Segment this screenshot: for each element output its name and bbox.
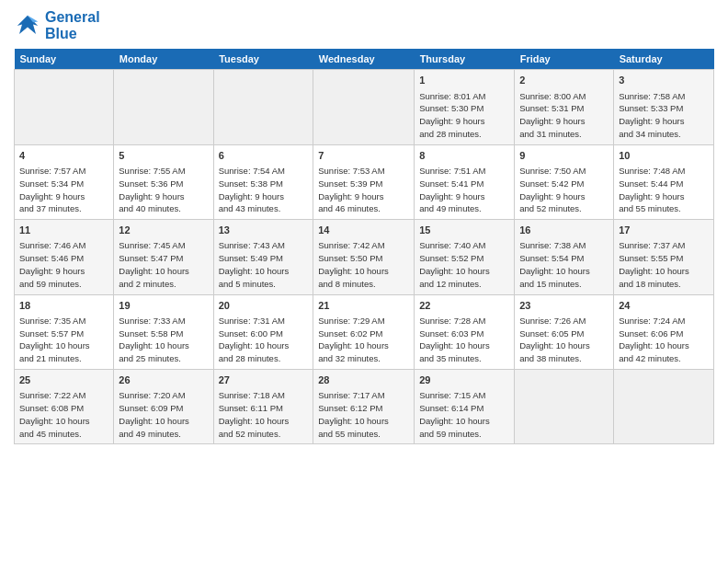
- day-number: 15: [419, 224, 509, 237]
- day-info: Sunrise: 7:58 AM Sunset: 5:33 PM Dayligh…: [619, 90, 709, 141]
- page-container: General Blue SundayMondayTuesdayWednesda…: [0, 0, 728, 449]
- calendar-cell: 21Sunrise: 7:29 AM Sunset: 6:02 PM Dayli…: [313, 294, 415, 369]
- day-number: 14: [318, 224, 409, 237]
- day-number: 24: [619, 299, 709, 313]
- svg-marker-0: [17, 15, 39, 33]
- day-number: 17: [619, 224, 709, 237]
- day-info: Sunrise: 7:55 AM Sunset: 5:36 PM Dayligh…: [119, 165, 208, 215]
- calendar-cell: 18Sunrise: 7:35 AM Sunset: 5:57 PM Dayli…: [15, 294, 114, 369]
- day-info: Sunrise: 7:17 AM Sunset: 6:12 PM Dayligh…: [318, 389, 409, 440]
- weekday-header-sunday: Sunday: [15, 49, 114, 70]
- day-info: Sunrise: 7:53 AM Sunset: 5:39 PM Dayligh…: [318, 165, 409, 215]
- day-info: Sunrise: 7:48 AM Sunset: 5:44 PM Dayligh…: [619, 165, 709, 215]
- day-info: Sunrise: 7:22 AM Sunset: 6:08 PM Dayligh…: [19, 389, 108, 440]
- calendar-week-4: 25Sunrise: 7:22 AM Sunset: 6:08 PM Dayli…: [15, 370, 714, 444]
- calendar-cell: 10Sunrise: 7:48 AM Sunset: 5:44 PM Dayli…: [614, 144, 714, 219]
- day-number: 22: [419, 299, 509, 313]
- day-number: 5: [119, 149, 208, 163]
- day-info: Sunrise: 8:00 AM Sunset: 5:31 PM Dayligh…: [519, 90, 609, 141]
- day-number: 13: [219, 224, 309, 237]
- logo-icon: [14, 12, 41, 40]
- day-info: Sunrise: 7:29 AM Sunset: 6:02 PM Dayligh…: [318, 315, 409, 365]
- weekday-header-thursday: Thursday: [415, 49, 515, 70]
- calendar-cell: 8Sunrise: 7:51 AM Sunset: 5:41 PM Daylig…: [415, 144, 515, 219]
- day-info: Sunrise: 7:26 AM Sunset: 6:05 PM Dayligh…: [519, 315, 609, 365]
- calendar-cell: 15Sunrise: 7:40 AM Sunset: 5:52 PM Dayli…: [415, 220, 515, 294]
- day-number: 11: [19, 224, 108, 237]
- calendar-cell: [15, 70, 114, 144]
- day-number: 27: [219, 373, 309, 387]
- calendar-cell: 3Sunrise: 7:58 AM Sunset: 5:33 PM Daylig…: [614, 70, 714, 144]
- day-number: 3: [619, 74, 709, 87]
- day-info: Sunrise: 7:20 AM Sunset: 6:09 PM Dayligh…: [119, 389, 208, 440]
- day-number: 6: [219, 149, 309, 163]
- calendar-cell: 29Sunrise: 7:15 AM Sunset: 6:14 PM Dayli…: [415, 370, 515, 444]
- calendar-cell: [614, 370, 714, 444]
- day-info: Sunrise: 7:54 AM Sunset: 5:38 PM Dayligh…: [219, 165, 309, 215]
- day-info: Sunrise: 7:33 AM Sunset: 5:58 PM Dayligh…: [119, 315, 208, 365]
- day-info: Sunrise: 7:46 AM Sunset: 5:46 PM Dayligh…: [19, 239, 108, 290]
- calendar-cell: 1Sunrise: 8:01 AM Sunset: 5:30 PM Daylig…: [415, 70, 515, 144]
- day-info: Sunrise: 7:40 AM Sunset: 5:52 PM Dayligh…: [419, 239, 509, 290]
- logo-text: General Blue: [45, 9, 100, 41]
- day-number: 25: [19, 373, 108, 387]
- weekday-header-friday: Friday: [515, 49, 614, 70]
- day-info: Sunrise: 7:18 AM Sunset: 6:11 PM Dayligh…: [219, 389, 309, 440]
- day-number: 2: [519, 74, 609, 87]
- day-info: Sunrise: 7:57 AM Sunset: 5:34 PM Dayligh…: [19, 165, 108, 215]
- calendar-cell: 6Sunrise: 7:54 AM Sunset: 5:38 PM Daylig…: [213, 144, 313, 219]
- calendar-cell: 16Sunrise: 7:38 AM Sunset: 5:54 PM Dayli…: [515, 220, 614, 294]
- weekday-header-saturday: Saturday: [614, 49, 714, 70]
- weekday-header-wednesday: Wednesday: [313, 49, 415, 70]
- day-number: 20: [219, 299, 309, 313]
- calendar-cell: [213, 70, 313, 144]
- header: General Blue: [14, 9, 714, 41]
- day-number: 7: [318, 149, 409, 163]
- calendar-cell: 20Sunrise: 7:31 AM Sunset: 6:00 PM Dayli…: [213, 294, 313, 369]
- calendar-cell: 2Sunrise: 8:00 AM Sunset: 5:31 PM Daylig…: [515, 70, 614, 144]
- calendar-cell: 7Sunrise: 7:53 AM Sunset: 5:39 PM Daylig…: [313, 144, 415, 219]
- calendar-cell: 22Sunrise: 7:28 AM Sunset: 6:03 PM Dayli…: [415, 294, 515, 369]
- day-info: Sunrise: 7:24 AM Sunset: 6:06 PM Dayligh…: [619, 315, 709, 365]
- day-info: Sunrise: 7:43 AM Sunset: 5:49 PM Dayligh…: [219, 239, 309, 290]
- calendar-week-0: 1Sunrise: 8:01 AM Sunset: 5:30 PM Daylig…: [15, 70, 714, 144]
- calendar-cell: 17Sunrise: 7:37 AM Sunset: 5:55 PM Dayli…: [614, 220, 714, 294]
- calendar-cell: 27Sunrise: 7:18 AM Sunset: 6:11 PM Dayli…: [213, 370, 313, 444]
- calendar-cell: [515, 370, 614, 444]
- day-info: Sunrise: 7:37 AM Sunset: 5:55 PM Dayligh…: [619, 239, 709, 290]
- calendar-cell: 9Sunrise: 7:50 AM Sunset: 5:42 PM Daylig…: [515, 144, 614, 219]
- day-number: 28: [318, 373, 409, 387]
- calendar-cell: 28Sunrise: 7:17 AM Sunset: 6:12 PM Dayli…: [313, 370, 415, 444]
- day-number: 26: [119, 373, 208, 387]
- calendar-cell: 19Sunrise: 7:33 AM Sunset: 5:58 PM Dayli…: [114, 294, 213, 369]
- calendar-table: SundayMondayTuesdayWednesdayThursdayFrid…: [14, 49, 714, 444]
- calendar-cell: 26Sunrise: 7:20 AM Sunset: 6:09 PM Dayli…: [114, 370, 213, 444]
- day-info: Sunrise: 7:51 AM Sunset: 5:41 PM Dayligh…: [419, 165, 509, 215]
- calendar-cell: 14Sunrise: 7:42 AM Sunset: 5:50 PM Dayli…: [313, 220, 415, 294]
- calendar-cell: 12Sunrise: 7:45 AM Sunset: 5:47 PM Dayli…: [114, 220, 213, 294]
- day-info: Sunrise: 7:45 AM Sunset: 5:47 PM Dayligh…: [119, 239, 208, 290]
- day-number: 8: [419, 149, 509, 163]
- calendar-cell: 13Sunrise: 7:43 AM Sunset: 5:49 PM Dayli…: [213, 220, 313, 294]
- day-info: Sunrise: 7:50 AM Sunset: 5:42 PM Dayligh…: [519, 165, 609, 215]
- weekday-header-row: SundayMondayTuesdayWednesdayThursdayFrid…: [15, 49, 714, 70]
- weekday-header-tuesday: Tuesday: [213, 49, 313, 70]
- day-number: 23: [519, 299, 609, 313]
- calendar-cell: 24Sunrise: 7:24 AM Sunset: 6:06 PM Dayli…: [614, 294, 714, 369]
- day-number: 10: [619, 149, 709, 163]
- calendar-cell: 4Sunrise: 7:57 AM Sunset: 5:34 PM Daylig…: [15, 144, 114, 219]
- weekday-header-monday: Monday: [114, 49, 213, 70]
- day-number: 4: [19, 149, 108, 163]
- day-info: Sunrise: 7:28 AM Sunset: 6:03 PM Dayligh…: [419, 315, 509, 365]
- day-number: 29: [419, 373, 509, 387]
- calendar-cell: 25Sunrise: 7:22 AM Sunset: 6:08 PM Dayli…: [15, 370, 114, 444]
- calendar-week-3: 18Sunrise: 7:35 AM Sunset: 5:57 PM Dayli…: [15, 294, 714, 369]
- day-number: 16: [519, 224, 609, 237]
- day-info: Sunrise: 7:31 AM Sunset: 6:00 PM Dayligh…: [219, 315, 309, 365]
- logo: General Blue: [14, 9, 100, 41]
- day-info: Sunrise: 7:42 AM Sunset: 5:50 PM Dayligh…: [318, 239, 409, 290]
- calendar-week-1: 4Sunrise: 7:57 AM Sunset: 5:34 PM Daylig…: [15, 144, 714, 219]
- calendar-week-2: 11Sunrise: 7:46 AM Sunset: 5:46 PM Dayli…: [15, 220, 714, 294]
- day-number: 21: [318, 299, 409, 313]
- calendar-cell: [114, 70, 213, 144]
